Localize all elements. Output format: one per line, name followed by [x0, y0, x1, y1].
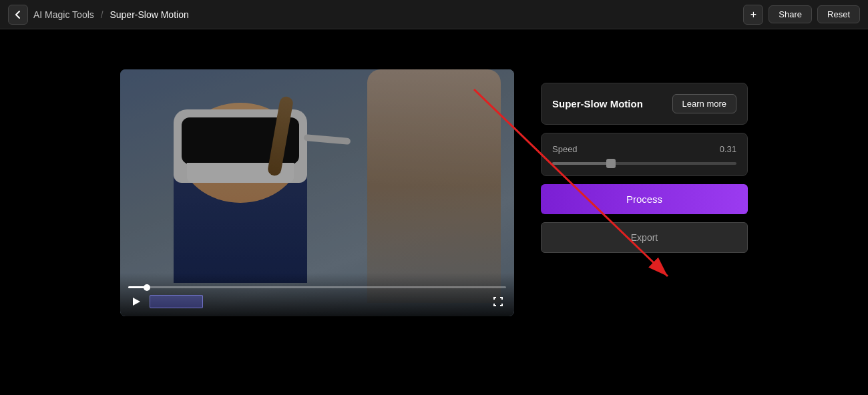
video-area: [120, 69, 514, 316]
timeline-selection[interactable]: [150, 295, 203, 308]
speed-value: 0.31: [720, 144, 736, 154]
add-button[interactable]: +: [743, 5, 763, 25]
current-tool-name: Super-Slow Motion: [110, 9, 188, 20]
video-controls: [120, 273, 514, 316]
speed-slider-thumb[interactable]: [606, 159, 616, 168]
speed-label: Speed: [552, 144, 578, 154]
controls-left: [128, 294, 203, 310]
breadcrumb: AI Magic Tools / Super-Slow Motion: [33, 9, 189, 20]
panel-title: Super-Slow Motion: [552, 98, 643, 109]
fullscreen-button[interactable]: [490, 294, 506, 310]
right-panel: Super-Slow Motion Learn more Speed 0.31 …: [541, 83, 748, 253]
speed-slider-fill: [552, 162, 611, 165]
controls-row: [128, 294, 506, 310]
share-button[interactable]: Share: [769, 5, 812, 23]
main-content: Super-Slow Motion Learn more Speed 0.31 …: [0, 29, 868, 343]
topbar-left: AI Magic Tools / Super-Slow Motion: [8, 5, 189, 25]
speed-card: Speed 0.31: [541, 133, 748, 176]
svg-marker-0: [133, 298, 140, 306]
breadcrumb-separator: /: [101, 9, 103, 20]
tool-header-card: Super-Slow Motion Learn more: [541, 83, 748, 125]
app-name: AI Magic Tools: [33, 9, 94, 20]
panel-header: Super-Slow Motion Learn more: [552, 94, 736, 113]
reset-button[interactable]: Reset: [817, 5, 860, 23]
topbar-right: + Share Reset: [743, 5, 860, 25]
progress-bar[interactable]: [128, 286, 506, 288]
learn-more-button[interactable]: Learn more: [672, 94, 736, 113]
topbar: AI Magic Tools / Super-Slow Motion + Sha…: [0, 0, 868, 29]
export-button[interactable]: Export: [541, 222, 748, 253]
speed-header: Speed 0.31: [552, 144, 736, 154]
video-player[interactable]: [120, 69, 514, 316]
play-button[interactable]: [128, 294, 144, 310]
speed-slider[interactable]: [552, 162, 736, 165]
process-button[interactable]: Process: [541, 184, 748, 214]
back-button[interactable]: [8, 5, 28, 25]
progress-thumb: [144, 284, 150, 291]
